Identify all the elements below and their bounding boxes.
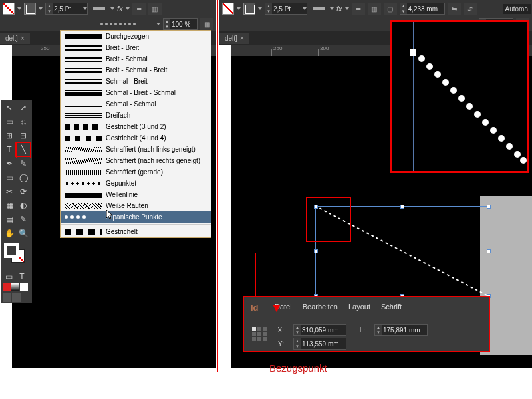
opacity-input[interactable]: ▲▼ bbox=[163, 18, 198, 30]
stroke-style-item[interactable]: Wellenlinie bbox=[61, 189, 211, 200]
apply-color-icon[interactable] bbox=[3, 283, 11, 291]
stroke-style-item[interactable]: Gepunktet bbox=[61, 178, 211, 189]
stroke-style-item[interactable]: Breit - Breit bbox=[61, 42, 211, 53]
direct-selection-tool[interactable]: ↗ bbox=[17, 101, 30, 114]
stroke-style-item[interactable]: Breit - Schmal - Breit bbox=[61, 65, 211, 76]
zoom-inset bbox=[390, 20, 529, 173]
boundingbox-icon[interactable]: ▢ bbox=[384, 3, 397, 15]
document-tab[interactable]: delt]× bbox=[0, 33, 30, 44]
stroke-style-item[interactable]: Schmal - Breit - Schmal bbox=[61, 87, 211, 98]
content-placer-tool[interactable]: ⊟ bbox=[17, 129, 30, 142]
wrap2-icon[interactable]: ▥ bbox=[368, 3, 381, 15]
arrange-icon[interactable]: ▦ bbox=[200, 18, 213, 30]
stroke-style-item[interactable]: Breit - Schmal bbox=[61, 53, 211, 65]
normal-mode-icon[interactable] bbox=[3, 293, 11, 302]
page-tool[interactable]: ▭ bbox=[3, 115, 16, 128]
stroke-style-menu: Durchgezogen Breit - Breit Breit - Schma… bbox=[60, 30, 211, 238]
apply-to-container-icon[interactable]: ▭ bbox=[3, 272, 15, 281]
apply-to-text-icon[interactable]: T bbox=[16, 272, 28, 281]
fx-button[interactable]: fx bbox=[336, 5, 342, 13]
screen-mode-row bbox=[3, 293, 21, 302]
x-input[interactable]: ▲▼ bbox=[293, 324, 346, 336]
free-transform-tool[interactable]: ⟳ bbox=[17, 185, 30, 198]
rectangle-frame-tool[interactable]: ▭ bbox=[3, 171, 16, 184]
stroke-weight-input[interactable]: ▲▼ bbox=[45, 3, 88, 15]
close-icon[interactable]: × bbox=[240, 35, 244, 42]
annotation-connector bbox=[255, 253, 256, 296]
selection-tool[interactable]: ↖ bbox=[3, 101, 16, 114]
annotation-divider bbox=[217, 0, 218, 372]
preview-mode-icon[interactable] bbox=[12, 293, 21, 302]
stroke-style-item[interactable]: Schmal - Schmal bbox=[61, 98, 211, 110]
stroke-weight-input[interactable]: ▲▼ bbox=[265, 3, 307, 15]
gradient-swatch-tool[interactable]: ▦ bbox=[3, 199, 16, 212]
dropdown-caret-icon[interactable] bbox=[110, 7, 114, 10]
menu-layout[interactable]: Layout bbox=[348, 303, 370, 311]
stroke-swatch[interactable] bbox=[24, 3, 36, 15]
reference-point-proxy[interactable] bbox=[252, 327, 268, 342]
stroke-style-item-selected[interactable]: Japanische Punkte bbox=[61, 211, 211, 223]
tools-panel: ↖ ↗ ▭ ⎌ ⊞ ⊟ T ╲ ✒ ✎ ▭ ◯ ✂ ⟳ ▦ ◐ ▤ ✎ ✋ 🔍 … bbox=[1, 100, 32, 303]
wrap-icon[interactable]: ≣ bbox=[352, 3, 365, 15]
stroke-style-item[interactable]: Schraffiert (gerade) bbox=[61, 166, 211, 178]
stroke-style-item[interactable]: Weiße Rauten bbox=[61, 200, 211, 211]
stroke-style-preview[interactable] bbox=[100, 22, 154, 26]
l-input[interactable]: ▲▼ bbox=[374, 324, 428, 336]
l-label: L: bbox=[356, 327, 365, 334]
stroke-style-item[interactable]: Schraffiert (nach links geneigt) bbox=[61, 144, 211, 155]
flip-v-icon[interactable]: ⇵ bbox=[464, 3, 477, 15]
stroke-style-item[interactable]: Durchgezogen bbox=[61, 31, 211, 42]
y-input[interactable]: ▲▼ bbox=[293, 338, 346, 350]
flip-h-icon[interactable]: ⇋ bbox=[448, 3, 461, 15]
stroke-style-item[interactable]: Dreifach bbox=[61, 110, 211, 121]
pencil-tool[interactable]: ✎ bbox=[17, 157, 30, 170]
gap-tool[interactable]: ⎌ bbox=[17, 115, 30, 128]
content-collector-tool[interactable]: ⊞ bbox=[3, 129, 16, 142]
pen-tool[interactable]: ✒ bbox=[3, 157, 16, 170]
wrap2-icon[interactable]: ▥ bbox=[148, 3, 162, 15]
y-label: Y: bbox=[275, 340, 284, 348]
close-icon[interactable]: × bbox=[21, 35, 25, 42]
scissors-tool[interactable]: ✂ bbox=[3, 185, 16, 198]
stroke-style-item[interactable]: Gestrichelt bbox=[61, 226, 211, 237]
transform-panel: Id ▼ Datei Bearbeiten Layout Schrift X: … bbox=[243, 296, 490, 352]
line-tool[interactable]: ╲ bbox=[17, 143, 30, 156]
type-tool[interactable]: T bbox=[3, 143, 16, 156]
menu-edit[interactable]: Bearbeiten bbox=[303, 303, 338, 311]
zoom-tool[interactable]: 🔍 bbox=[17, 227, 30, 240]
width-input[interactable]: ▲▼ bbox=[400, 3, 445, 15]
fill-swatch[interactable] bbox=[222, 3, 234, 15]
document-tab[interactable]: delt]× bbox=[219, 33, 249, 44]
stroke-style-item[interactable]: Schmal - Breit bbox=[61, 76, 211, 87]
stroke-style-item[interactable]: Gestrichelt (3 und 2) bbox=[61, 121, 211, 132]
note-tool[interactable]: ▤ bbox=[3, 213, 16, 226]
stroke-swatch[interactable] bbox=[243, 3, 255, 15]
menu-type[interactable]: Schrift bbox=[381, 303, 402, 311]
control-bar-right: ▲▼ fx ≣ ▥ ▢ ▲▼ ⇋ ⇵ bbox=[219, 0, 532, 17]
stroke-style-dropdown[interactable] bbox=[310, 3, 327, 15]
eyedropper-tool[interactable]: ✎ bbox=[17, 213, 30, 226]
indesign-logo: Id bbox=[251, 303, 259, 313]
color-mode-row bbox=[3, 283, 28, 291]
ellipse-tool[interactable]: ◯ bbox=[17, 171, 30, 184]
dropdown-caret-icon[interactable] bbox=[39, 7, 43, 10]
wrap-icon[interactable]: ≣ bbox=[132, 3, 146, 15]
arrow-down-icon: ▼ bbox=[271, 301, 283, 315]
dropdown-caret-icon[interactable] bbox=[126, 7, 130, 10]
stroke-style-item[interactable]: Schraffiert (nach rechts geneigt) bbox=[61, 155, 211, 166]
stroke-style-item[interactable]: Gestrichelt (4 und 4) bbox=[61, 132, 211, 144]
annotation-caption: Bezugspunkt bbox=[269, 362, 327, 374]
highlight-reference-point bbox=[306, 197, 351, 242]
apply-none-icon[interactable] bbox=[20, 283, 28, 291]
control-bar-left-2: ▲▼ ▦ bbox=[0, 17, 216, 31]
stroke-weight-value[interactable] bbox=[53, 3, 83, 14]
apply-gradient-icon[interactable] bbox=[11, 283, 19, 291]
fill-swatch[interactable] bbox=[3, 3, 15, 15]
stroke-style-dropdown[interactable] bbox=[90, 3, 108, 15]
dropdown-caret-icon[interactable] bbox=[17, 7, 21, 10]
fx-button[interactable]: fx bbox=[117, 5, 123, 13]
control-bar-left: ▲▼ fx ≣ ▥ bbox=[0, 0, 216, 17]
gradient-feather-tool[interactable]: ◐ bbox=[17, 199, 30, 212]
hand-tool[interactable]: ✋ bbox=[3, 227, 16, 240]
fill-stroke-proxy[interactable] bbox=[3, 243, 29, 270]
